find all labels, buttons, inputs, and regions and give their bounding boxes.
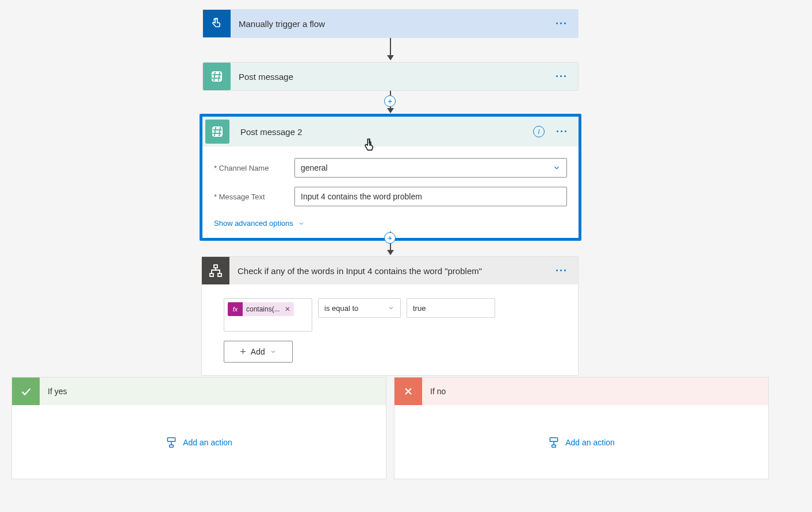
condition-branch-icon: [202, 257, 229, 284]
slack-hash-icon: [205, 120, 229, 144]
if-yes-branch: If yes Add an action: [12, 377, 386, 479]
svg-rect-5: [168, 438, 175, 442]
manual-trigger-icon: [203, 10, 231, 37]
plus-icon: +: [240, 346, 246, 358]
post-message-2-card[interactable]: Post message 2 i ··· Channel Name genera…: [200, 114, 581, 241]
insert-step-button[interactable]: +: [384, 95, 396, 107]
condition-left-operand[interactable]: fx contains(... ✕: [224, 298, 312, 332]
add-action-button[interactable]: Add an action: [548, 437, 615, 448]
post-message-2-menu-button[interactable]: ···: [553, 126, 572, 138]
if-no-label: If no: [422, 387, 446, 396]
condition-value-input[interactable]: true: [407, 298, 495, 318]
trigger-title: Manually trigger a flow: [231, 19, 552, 29]
svg-rect-4: [218, 274, 221, 276]
trigger-card[interactable]: Manually trigger a flow ···: [202, 9, 579, 38]
check-icon: [12, 378, 40, 405]
condition-title: Check if any of the words in Input 4 con…: [229, 266, 552, 276]
fx-icon: fx: [228, 302, 243, 316]
condition-card[interactable]: Check if any of the words in Input 4 con…: [201, 256, 579, 376]
post-message-2-title: Post message 2: [232, 127, 533, 137]
message-text-label: Message Text: [214, 193, 294, 201]
channel-name-value: general: [301, 163, 328, 172]
post-message-title: Post message: [231, 72, 552, 82]
svg-rect-3: [210, 274, 213, 276]
info-icon[interactable]: i: [533, 126, 545, 137]
add-action-icon: [548, 437, 560, 448]
chevron-down-icon: [298, 220, 305, 227]
slack-hash-icon: [203, 63, 231, 90]
svg-rect-1: [212, 126, 223, 137]
svg-rect-2: [214, 265, 217, 268]
post-message-card[interactable]: Post message ···: [202, 62, 579, 91]
message-text-input[interactable]: Input 4 contains the word problem: [294, 187, 567, 206]
channel-name-select[interactable]: general: [294, 158, 567, 178]
if-no-branch: If no Add an action: [394, 377, 769, 479]
add-condition-button[interactable]: + Add: [224, 341, 293, 363]
condition-operator-select[interactable]: is equal to: [318, 298, 401, 318]
if-yes-label: If yes: [40, 387, 67, 396]
chevron-down-icon: [553, 164, 561, 172]
svg-rect-6: [170, 445, 174, 447]
channel-name-label: Channel Name: [214, 164, 294, 172]
show-advanced-options-link[interactable]: Show advanced options: [214, 219, 305, 228]
chevron-down-icon: [388, 305, 394, 311]
add-action-icon: [166, 437, 177, 448]
connector-arrow: [390, 38, 391, 60]
svg-rect-8: [552, 445, 556, 447]
close-icon: [394, 378, 422, 405]
trigger-menu-button[interactable]: ···: [552, 18, 571, 30]
insert-step-button[interactable]: +: [384, 232, 396, 244]
condition-menu-button[interactable]: ···: [552, 265, 571, 277]
remove-token-button[interactable]: ✕: [284, 305, 294, 313]
svg-rect-7: [550, 438, 558, 442]
expression-token[interactable]: fx contains(... ✕: [228, 302, 294, 316]
message-text-value: Input 4 contains the word problem: [301, 192, 422, 201]
add-action-button[interactable]: Add an action: [166, 437, 232, 448]
svg-rect-0: [212, 71, 222, 82]
chevron-down-icon: [270, 348, 277, 355]
post-message-menu-button[interactable]: ···: [552, 71, 571, 83]
